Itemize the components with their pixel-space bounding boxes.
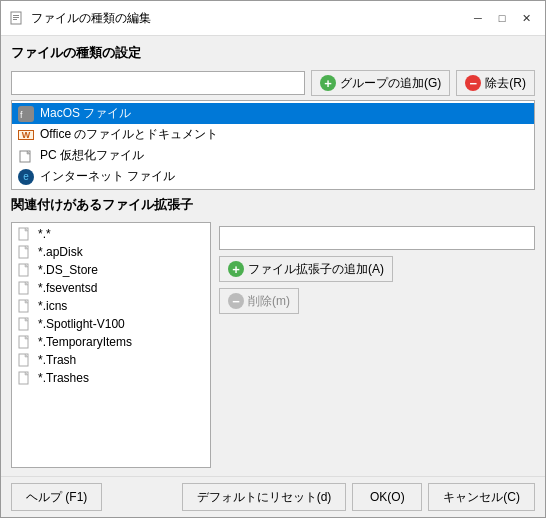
pc-icon [18,148,34,164]
ext-label: *.fseventsd [38,281,97,295]
plus-icon: + [320,75,336,91]
file-type-label: PC 仮想化ファイル [40,147,144,164]
file-icon [18,263,32,277]
list-item[interactable]: f MacOS ファイル [12,103,534,124]
list-item[interactable]: *.DS_Store [12,261,210,279]
add-group-button[interactable]: + グループの追加(G) [311,70,450,96]
file-icon [18,299,32,313]
office-icon: W [18,130,34,140]
ext-label: *.icns [38,299,67,313]
add-group-label: グループの追加(G) [340,75,441,92]
list-item[interactable]: *.fseventsd [12,279,210,297]
title-bar-buttons: ─ □ ✕ [467,7,537,29]
file-icon [18,353,32,367]
ext-label: *.Trashes [38,371,89,385]
plus-icon: + [228,261,244,277]
list-item[interactable]: *.* [12,225,210,243]
file-type-label: MacOS ファイル [40,105,131,122]
list-item[interactable]: *.icns [12,297,210,315]
file-type-label: Office のファイルとドキュメント [40,126,218,143]
reset-button[interactable]: デフォルトにリセット(d) [182,483,347,511]
help-button[interactable]: ヘルプ (F1) [11,483,102,511]
ext-label: *.* [38,227,51,241]
list-item[interactable]: ♪ オーディオ ファイル [12,187,534,190]
minimize-button[interactable]: ─ [467,7,489,29]
file-icon [18,281,32,295]
list-item[interactable]: W Office のファイルとドキュメント [12,124,534,145]
remove-ext-label: 削除(m) [248,293,290,310]
list-item[interactable]: *.Trash [12,351,210,369]
file-icon [18,227,32,241]
cancel-button[interactable]: キャンセル(C) [428,483,535,511]
macos-icon: f [18,106,34,122]
list-item[interactable]: PC 仮想化ファイル [12,145,534,166]
extensions-area: *.* *.apDisk *.DS_St [11,222,535,468]
content-area: ファイルの種類の設定 + グループの追加(G) − 除去(R) [1,36,545,476]
ok-button[interactable]: OK(O) [352,483,422,511]
footer: ヘルプ (F1) デフォルトにリセット(d) OK(O) キャンセル(C) [1,476,545,517]
top-section-title: ファイルの種類の設定 [11,44,535,62]
list-item[interactable]: *.Trashes [12,369,210,387]
minus-icon: − [228,293,244,309]
remove-button[interactable]: − 除去(R) [456,70,535,96]
bottom-section: 関連付けがあるファイル拡張子 *.* [11,196,535,468]
file-type-label: オーディオ ファイル [40,189,151,190]
ext-label: *.TemporaryItems [38,335,132,349]
extension-input[interactable] [219,226,535,250]
file-icon [18,371,32,385]
svg-rect-1 [13,15,19,16]
edge-icon: e [18,169,34,185]
ext-label: *.Spotlight-V100 [38,317,125,331]
audio-icon: ♪ [18,190,34,191]
minus-icon: − [465,75,481,91]
bottom-section-title: 関連付けがあるファイル拡張子 [11,196,535,214]
remove-extension-button[interactable]: − 削除(m) [219,288,299,314]
list-item[interactable]: *.apDisk [12,243,210,261]
top-controls: + グループの追加(G) − 除去(R) [11,70,535,96]
svg-rect-3 [13,19,17,20]
file-icon [18,317,32,331]
main-window: ファイルの種類の編集 ─ □ ✕ ファイルの種類の設定 + グループの追加(G)… [0,0,546,518]
top-section: ファイルの種類の設定 + グループの追加(G) − 除去(R) [11,44,535,190]
ext-label: *.Trash [38,353,76,367]
svg-rect-2 [13,17,19,18]
file-types-list[interactable]: f MacOS ファイル W Office のファイルとドキュメント [11,100,535,190]
file-icon [18,245,32,259]
extensions-list[interactable]: *.* *.apDisk *.DS_St [11,222,211,468]
remove-label: 除去(R) [485,75,526,92]
file-type-label: インターネット ファイル [40,168,175,185]
window-title: ファイルの種類の編集 [31,10,461,27]
file-icon [18,335,32,349]
maximize-button[interactable]: □ [491,7,513,29]
extensions-right-panel: + ファイル拡張子の追加(A) − 削除(m) [219,222,535,468]
ext-label: *.DS_Store [38,263,98,277]
list-item[interactable]: e インターネット ファイル [12,166,534,187]
title-bar: ファイルの種類の編集 ─ □ ✕ [1,1,545,36]
ext-label: *.apDisk [38,245,83,259]
search-input[interactable] [11,71,305,95]
close-button[interactable]: ✕ [515,7,537,29]
add-extension-button[interactable]: + ファイル拡張子の追加(A) [219,256,393,282]
list-item[interactable]: *.Spotlight-V100 [12,315,210,333]
add-ext-label: ファイル拡張子の追加(A) [248,261,384,278]
window-icon [9,10,25,26]
list-item[interactable]: *.TemporaryItems [12,333,210,351]
